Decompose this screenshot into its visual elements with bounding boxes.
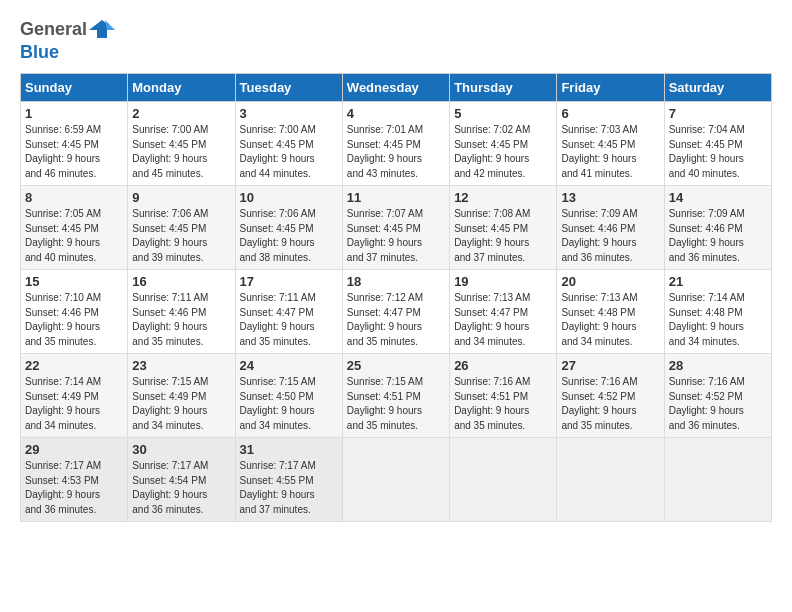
calendar-cell: 30Sunrise: 7:17 AM Sunset: 4:54 PM Dayli…	[128, 438, 235, 522]
calendar-header-sunday: Sunday	[21, 74, 128, 102]
day-content: Sunrise: 7:06 AM Sunset: 4:45 PM Dayligh…	[132, 207, 230, 265]
day-content: Sunrise: 7:07 AM Sunset: 4:45 PM Dayligh…	[347, 207, 445, 265]
calendar-cell: 11Sunrise: 7:07 AM Sunset: 4:45 PM Dayli…	[342, 186, 449, 270]
calendar-cell: 22Sunrise: 7:14 AM Sunset: 4:49 PM Dayli…	[21, 354, 128, 438]
calendar-cell	[450, 438, 557, 522]
day-content: Sunrise: 7:00 AM Sunset: 4:45 PM Dayligh…	[132, 123, 230, 181]
day-number: 20	[561, 274, 659, 289]
day-content: Sunrise: 7:01 AM Sunset: 4:45 PM Dayligh…	[347, 123, 445, 181]
day-content: Sunrise: 7:04 AM Sunset: 4:45 PM Dayligh…	[669, 123, 767, 181]
calendar-week-5: 29Sunrise: 7:17 AM Sunset: 4:53 PM Dayli…	[21, 438, 772, 522]
day-number: 25	[347, 358, 445, 373]
day-content: Sunrise: 7:16 AM Sunset: 4:52 PM Dayligh…	[669, 375, 767, 433]
day-number: 10	[240, 190, 338, 205]
calendar-header-friday: Friday	[557, 74, 664, 102]
day-content: Sunrise: 7:13 AM Sunset: 4:47 PM Dayligh…	[454, 291, 552, 349]
day-content: Sunrise: 7:10 AM Sunset: 4:46 PM Dayligh…	[25, 291, 123, 349]
calendar-cell: 16Sunrise: 7:11 AM Sunset: 4:46 PM Dayli…	[128, 270, 235, 354]
calendar-cell: 25Sunrise: 7:15 AM Sunset: 4:51 PM Dayli…	[342, 354, 449, 438]
calendar-header-tuesday: Tuesday	[235, 74, 342, 102]
day-content: Sunrise: 7:16 AM Sunset: 4:52 PM Dayligh…	[561, 375, 659, 433]
calendar-cell: 18Sunrise: 7:12 AM Sunset: 4:47 PM Dayli…	[342, 270, 449, 354]
day-number: 18	[347, 274, 445, 289]
day-content: Sunrise: 7:13 AM Sunset: 4:48 PM Dayligh…	[561, 291, 659, 349]
day-content: Sunrise: 7:12 AM Sunset: 4:47 PM Dayligh…	[347, 291, 445, 349]
day-number: 5	[454, 106, 552, 121]
calendar-cell: 1Sunrise: 6:59 AM Sunset: 4:45 PM Daylig…	[21, 102, 128, 186]
day-number: 27	[561, 358, 659, 373]
day-content: Sunrise: 7:14 AM Sunset: 4:48 PM Dayligh…	[669, 291, 767, 349]
logo-general: General	[20, 19, 87, 40]
day-number: 14	[669, 190, 767, 205]
logo-bird-icon	[89, 16, 115, 42]
calendar-cell: 9Sunrise: 7:06 AM Sunset: 4:45 PM Daylig…	[128, 186, 235, 270]
calendar-cell: 21Sunrise: 7:14 AM Sunset: 4:48 PM Dayli…	[664, 270, 771, 354]
day-number: 30	[132, 442, 230, 457]
day-content: Sunrise: 7:09 AM Sunset: 4:46 PM Dayligh…	[561, 207, 659, 265]
day-content: Sunrise: 7:08 AM Sunset: 4:45 PM Dayligh…	[454, 207, 552, 265]
calendar-cell: 7Sunrise: 7:04 AM Sunset: 4:45 PM Daylig…	[664, 102, 771, 186]
calendar-cell: 29Sunrise: 7:17 AM Sunset: 4:53 PM Dayli…	[21, 438, 128, 522]
calendar-cell: 8Sunrise: 7:05 AM Sunset: 4:45 PM Daylig…	[21, 186, 128, 270]
day-content: Sunrise: 7:05 AM Sunset: 4:45 PM Dayligh…	[25, 207, 123, 265]
calendar-cell: 26Sunrise: 7:16 AM Sunset: 4:51 PM Dayli…	[450, 354, 557, 438]
day-number: 12	[454, 190, 552, 205]
day-number: 22	[25, 358, 123, 373]
logo-blue: Blue	[20, 42, 59, 62]
calendar-table: SundayMondayTuesdayWednesdayThursdayFrid…	[20, 73, 772, 522]
day-number: 16	[132, 274, 230, 289]
calendar-cell: 13Sunrise: 7:09 AM Sunset: 4:46 PM Dayli…	[557, 186, 664, 270]
calendar-header-wednesday: Wednesday	[342, 74, 449, 102]
day-content: Sunrise: 7:17 AM Sunset: 4:53 PM Dayligh…	[25, 459, 123, 517]
calendar-cell: 28Sunrise: 7:16 AM Sunset: 4:52 PM Dayli…	[664, 354, 771, 438]
day-number: 19	[454, 274, 552, 289]
calendar-cell: 4Sunrise: 7:01 AM Sunset: 4:45 PM Daylig…	[342, 102, 449, 186]
day-number: 6	[561, 106, 659, 121]
day-number: 21	[669, 274, 767, 289]
day-number: 11	[347, 190, 445, 205]
calendar-cell: 2Sunrise: 7:00 AM Sunset: 4:45 PM Daylig…	[128, 102, 235, 186]
day-content: Sunrise: 7:11 AM Sunset: 4:47 PM Dayligh…	[240, 291, 338, 349]
day-content: Sunrise: 7:14 AM Sunset: 4:49 PM Dayligh…	[25, 375, 123, 433]
day-content: Sunrise: 7:11 AM Sunset: 4:46 PM Dayligh…	[132, 291, 230, 349]
calendar-cell	[342, 438, 449, 522]
day-content: Sunrise: 7:15 AM Sunset: 4:50 PM Dayligh…	[240, 375, 338, 433]
calendar-cell: 20Sunrise: 7:13 AM Sunset: 4:48 PM Dayli…	[557, 270, 664, 354]
logo: General Blue	[20, 16, 115, 63]
day-content: Sunrise: 7:06 AM Sunset: 4:45 PM Dayligh…	[240, 207, 338, 265]
day-number: 28	[669, 358, 767, 373]
day-number: 31	[240, 442, 338, 457]
calendar-week-4: 22Sunrise: 7:14 AM Sunset: 4:49 PM Dayli…	[21, 354, 772, 438]
day-number: 17	[240, 274, 338, 289]
calendar-cell	[664, 438, 771, 522]
day-content: Sunrise: 7:16 AM Sunset: 4:51 PM Dayligh…	[454, 375, 552, 433]
calendar-cell: 15Sunrise: 7:10 AM Sunset: 4:46 PM Dayli…	[21, 270, 128, 354]
day-number: 4	[347, 106, 445, 121]
day-number: 2	[132, 106, 230, 121]
day-content: Sunrise: 7:09 AM Sunset: 4:46 PM Dayligh…	[669, 207, 767, 265]
calendar-cell: 10Sunrise: 7:06 AM Sunset: 4:45 PM Dayli…	[235, 186, 342, 270]
calendar-week-2: 8Sunrise: 7:05 AM Sunset: 4:45 PM Daylig…	[21, 186, 772, 270]
day-content: Sunrise: 7:17 AM Sunset: 4:54 PM Dayligh…	[132, 459, 230, 517]
day-content: Sunrise: 7:17 AM Sunset: 4:55 PM Dayligh…	[240, 459, 338, 517]
day-content: Sunrise: 7:03 AM Sunset: 4:45 PM Dayligh…	[561, 123, 659, 181]
calendar-header-monday: Monday	[128, 74, 235, 102]
calendar-cell: 19Sunrise: 7:13 AM Sunset: 4:47 PM Dayli…	[450, 270, 557, 354]
day-number: 3	[240, 106, 338, 121]
day-content: Sunrise: 6:59 AM Sunset: 4:45 PM Dayligh…	[25, 123, 123, 181]
calendar-header-row: SundayMondayTuesdayWednesdayThursdayFrid…	[21, 74, 772, 102]
day-number: 29	[25, 442, 123, 457]
day-number: 7	[669, 106, 767, 121]
calendar-header-thursday: Thursday	[450, 74, 557, 102]
day-number: 1	[25, 106, 123, 121]
calendar-cell: 27Sunrise: 7:16 AM Sunset: 4:52 PM Dayli…	[557, 354, 664, 438]
calendar-header-saturday: Saturday	[664, 74, 771, 102]
calendar-cell: 5Sunrise: 7:02 AM Sunset: 4:45 PM Daylig…	[450, 102, 557, 186]
calendar-cell: 31Sunrise: 7:17 AM Sunset: 4:55 PM Dayli…	[235, 438, 342, 522]
day-number: 26	[454, 358, 552, 373]
calendar-cell: 23Sunrise: 7:15 AM Sunset: 4:49 PM Dayli…	[128, 354, 235, 438]
page: General Blue SundayMondayTuesdayWednesda…	[0, 0, 792, 532]
day-number: 15	[25, 274, 123, 289]
day-number: 13	[561, 190, 659, 205]
day-number: 9	[132, 190, 230, 205]
